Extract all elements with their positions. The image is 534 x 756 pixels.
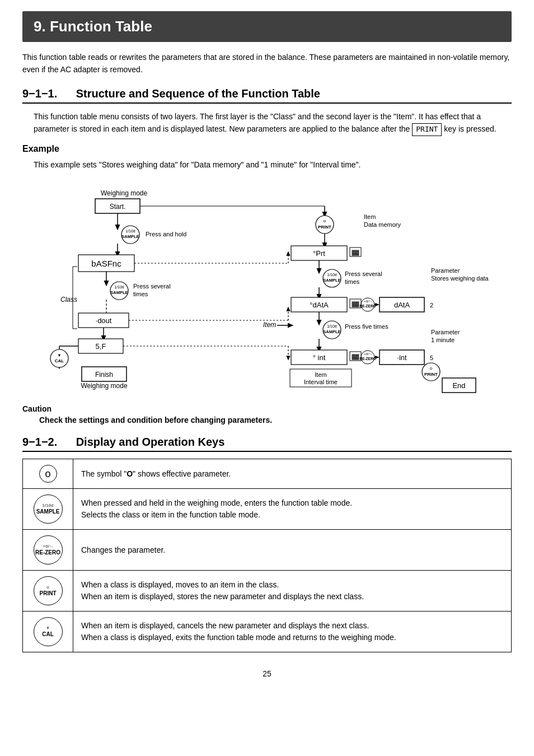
svg-text:Finish: Finish bbox=[95, 371, 113, 379]
caution-text: Check the settings and condition before … bbox=[22, 416, 512, 424]
section-title: Function Table bbox=[50, 18, 152, 35]
svg-text:Item: Item bbox=[364, 213, 376, 220]
svg-text:°Prt: °Prt bbox=[313, 249, 325, 258]
svg-text:▼: ▼ bbox=[57, 353, 61, 358]
svg-text:RE-ZERO: RE-ZERO bbox=[359, 357, 376, 361]
svg-text:PRINT: PRINT bbox=[318, 225, 331, 230]
cal-key: ▼ CAL bbox=[34, 617, 63, 646]
svg-text:Interval time: Interval time bbox=[304, 379, 338, 385]
subsection1-description: This function table menu consists of two… bbox=[22, 110, 512, 136]
svg-text:SAMPLE: SAMPLE bbox=[323, 329, 340, 334]
svg-text:5: 5 bbox=[430, 354, 433, 361]
table-row: o The symbol "O" shows effective paramet… bbox=[23, 459, 512, 489]
page-number: 25 bbox=[22, 669, 512, 678]
table-row: ▼ CAL When an item is displayed, cancels… bbox=[23, 612, 512, 652]
section-number: 9. bbox=[34, 18, 46, 35]
svg-text:Parameter: Parameter bbox=[431, 267, 460, 274]
sample-key: 1/10d SAMPLE bbox=[34, 494, 63, 524]
key-cell-rezero: +0/↑- RE-ZERO bbox=[23, 530, 73, 571]
svg-text:dAtA: dAtA bbox=[394, 301, 410, 309]
svg-text:+0/↑-: +0/↑- bbox=[364, 352, 372, 356]
svg-text:1/10d: 1/10d bbox=[327, 324, 337, 328]
operations-table: o The symbol "O" shows effective paramet… bbox=[22, 459, 512, 652]
svg-text:Press several: Press several bbox=[133, 283, 171, 290]
svg-text:·dout: ·dout bbox=[96, 316, 112, 325]
row4-desc: When an item is displayed, cancels the n… bbox=[81, 621, 396, 642]
svg-text:Class: Class bbox=[60, 296, 77, 304]
caution-section: Caution Check the settings and condition… bbox=[22, 404, 512, 424]
key-cell-print: o PRINT bbox=[23, 571, 73, 612]
circle-o-symbol: o bbox=[39, 465, 57, 483]
svg-text:1/10d: 1/10d bbox=[125, 229, 135, 233]
table-row: 1/10d SAMPLE When pressed and held in th… bbox=[23, 489, 512, 530]
description-cell-3: When a class is displayed, moves to an i… bbox=[73, 571, 512, 612]
row2-desc: Changes the parameter. bbox=[81, 545, 165, 554]
svg-text:Data memory: Data memory bbox=[364, 221, 401, 228]
print-key-circle: o PRINT bbox=[34, 576, 63, 605]
svg-text:+0/↑-: +0/↑- bbox=[364, 300, 372, 303]
svg-text:SAMPLE: SAMPLE bbox=[323, 278, 340, 283]
svg-text:Parameter: Parameter bbox=[431, 329, 460, 335]
svg-text:Press five times: Press five times bbox=[345, 323, 388, 330]
svg-text:CAL: CAL bbox=[55, 358, 64, 363]
svg-text:▓▓: ▓▓ bbox=[352, 250, 359, 256]
svg-text:5,F: 5,F bbox=[96, 342, 106, 351]
svg-text:Weighing mode: Weighing mode bbox=[81, 382, 127, 390]
svg-text:Weighing mode: Weighing mode bbox=[101, 189, 147, 197]
svg-text:▓▓: ▓▓ bbox=[352, 354, 359, 360]
svg-text:1/10d: 1/10d bbox=[327, 273, 337, 277]
svg-text:PRINT: PRINT bbox=[424, 372, 438, 377]
key-cell-symbol: o bbox=[23, 459, 73, 489]
svg-text:Press and hold: Press and hold bbox=[146, 231, 186, 237]
function-table-diagram: Weighing mode Start. 1/10d SAMPLE Press … bbox=[28, 179, 515, 397]
svg-text:Item: Item bbox=[315, 371, 326, 378]
row3-desc: When a class is displayed, moves to an i… bbox=[81, 580, 364, 601]
svg-text:° int: ° int bbox=[313, 353, 326, 362]
svg-text:SAMPLE: SAMPLE bbox=[121, 234, 139, 239]
intro-text: This function table reads or rewrites th… bbox=[22, 51, 512, 76]
svg-text:·int: ·int bbox=[397, 353, 407, 362]
row0-desc: The symbol "O" shows effective parameter… bbox=[81, 469, 231, 478]
table-row: +0/↑- RE-ZERO Changes the parameter. bbox=[23, 530, 512, 571]
svg-text:End: End bbox=[452, 381, 465, 390]
svg-text:▓▓: ▓▓ bbox=[352, 301, 359, 307]
row1-desc: When pressed and held in the weighing mo… bbox=[81, 498, 352, 519]
description-cell-0: The symbol "O" shows effective parameter… bbox=[73, 459, 512, 489]
caution-label: Caution bbox=[22, 404, 512, 413]
subsection1-title: 9−1−1. Structure and Sequence of the Fun… bbox=[22, 87, 512, 104]
svg-text:times: times bbox=[133, 291, 148, 297]
section-header: 9. Function Table bbox=[22, 11, 512, 42]
svg-text:Press several: Press several bbox=[345, 270, 382, 277]
example-title: Example bbox=[22, 144, 512, 154]
subsection2-title: 9−1−2. Display and Operation Keys bbox=[22, 436, 512, 452]
table-row: o PRINT When a class is displayed, moves… bbox=[23, 571, 512, 612]
svg-text:bASFnc: bASFnc bbox=[91, 259, 121, 268]
description-cell-2: Changes the parameter. bbox=[73, 530, 512, 571]
svg-text:1 minute: 1 minute bbox=[431, 337, 455, 343]
svg-text:1/10d: 1/10d bbox=[114, 285, 124, 289]
rezero-key: +0/↑- RE-ZERO bbox=[34, 535, 63, 564]
description-cell-4: When an item is displayed, cancels the n… bbox=[73, 612, 512, 652]
diagram-container: Weighing mode Start. 1/10d SAMPLE Press … bbox=[28, 179, 512, 399]
svg-text:o: o bbox=[430, 366, 433, 371]
svg-text:SAMPLE: SAMPLE bbox=[110, 290, 128, 295]
print-key-inline: PRINT bbox=[412, 123, 442, 136]
key-cell-cal: ▼ CAL bbox=[23, 612, 73, 652]
svg-text:o: o bbox=[324, 218, 326, 223]
svg-text:Start.: Start. bbox=[110, 203, 126, 211]
svg-text:Stores weighing data: Stores weighing data bbox=[431, 275, 489, 282]
svg-text:2: 2 bbox=[430, 302, 433, 309]
svg-text:RE-ZERO: RE-ZERO bbox=[359, 304, 376, 308]
example-text: This example sets "Stores weighing data"… bbox=[22, 158, 512, 171]
description-cell-1: When pressed and held in the weighing mo… bbox=[73, 489, 512, 530]
svg-text:times: times bbox=[345, 278, 360, 285]
svg-text:°dAtA: °dAtA bbox=[310, 301, 329, 309]
svg-text:Item: Item bbox=[263, 321, 276, 329]
key-cell-sample: 1/10d SAMPLE bbox=[23, 489, 73, 530]
